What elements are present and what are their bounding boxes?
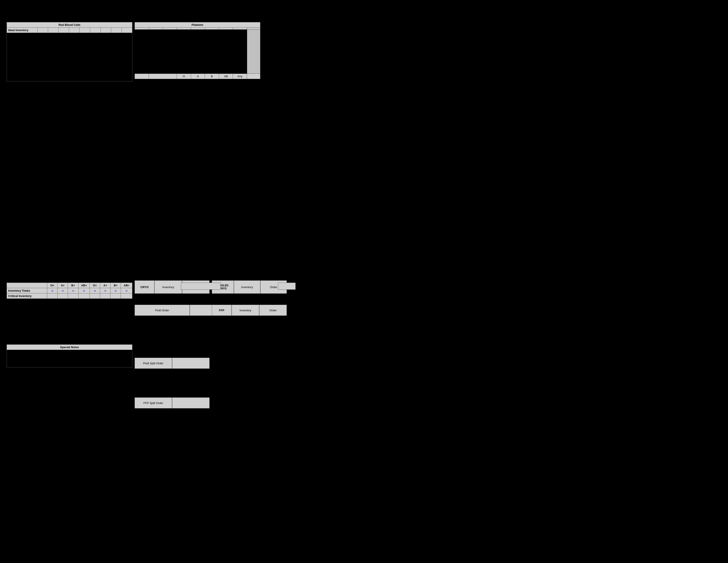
platelets-section: Platelets (135, 22, 260, 79)
plt-cell-5 (191, 28, 205, 30)
ffp-split-order-label: FFP Split Order (135, 398, 172, 409)
crit-oplus (47, 294, 58, 299)
plt-cell-4 (177, 28, 191, 30)
inv-col-ominus: O= (90, 283, 100, 288)
rbc-cell-6 (90, 28, 101, 33)
plt-type-Any: Any (233, 74, 247, 79)
ffp-inventory-label: Inventory (232, 305, 259, 316)
inv-totals-bplus: o (68, 288, 78, 294)
inv-gray-boxes (181, 283, 296, 290)
rbc-section: Red Blood Cells Ideal Inventory (7, 22, 132, 81)
rbc-ideal-inventory-label: Ideal Inventory (7, 28, 38, 33)
rbc-cell-1 (38, 28, 48, 33)
cryo-inventory-label: Inventory (154, 280, 182, 294)
inv-gray-box-2 (278, 283, 296, 290)
plt-black-area (135, 30, 247, 74)
inv-col-aminus: A= (100, 283, 111, 288)
rbc-cell-5 (80, 28, 90, 33)
crit-aminus (100, 294, 111, 299)
plt-cell-6 (205, 28, 219, 30)
plt-cell-3 (163, 28, 177, 30)
crit-aplus (58, 294, 68, 299)
platelets-title: Platelets (135, 22, 260, 28)
inv-totals-bminus: o (111, 288, 121, 294)
cryo-label: CRYO (135, 280, 154, 294)
inv-gray-box-1 (181, 283, 221, 290)
ffp-label: FFP (212, 305, 232, 316)
plt-bottom-1 (135, 74, 149, 79)
ffp-split-order-value (172, 398, 210, 409)
inv-totals-abminus: o (121, 288, 132, 294)
inv-col-aplus: A+ (58, 283, 68, 288)
inv-totals-aplus: o (58, 288, 68, 294)
rbc-cell-4 (69, 28, 80, 33)
plt-gray-col (247, 30, 260, 74)
pedi-split-order-section: Pedi Split Order (135, 358, 210, 369)
plt-cell-9 (247, 28, 260, 30)
rbc-cell-9 (122, 28, 132, 33)
crit-bplus (68, 294, 78, 299)
inv-totals-aminus: o (100, 288, 111, 294)
plt-cell-2 (149, 28, 163, 30)
ffp-section: FFP Inventory Order (212, 305, 287, 316)
plt-type-O: O (177, 74, 191, 79)
inv-totals-ominus: o (90, 288, 100, 294)
inventory-totals-section: O+ A+ B+ AB+ O= A= B= AB= Inventory Tota… (7, 283, 132, 299)
inv-col-bminus: B= (111, 283, 121, 288)
rbc-cell-2 (48, 28, 58, 33)
plt-type-B: B (205, 74, 219, 79)
rbc-cell-7 (101, 28, 111, 33)
rbc-black-area (7, 33, 132, 81)
plt-cell-7 (219, 28, 233, 30)
plt-bottom-2 (149, 74, 177, 79)
crit-bminus (111, 294, 121, 299)
plt-type-AB: AB (219, 74, 233, 79)
rbc-cell-8 (111, 28, 122, 33)
crit-abplus (78, 294, 90, 299)
inv-col-abplus: AB+ (78, 283, 90, 288)
inv-col-bplus: B+ (68, 283, 78, 288)
inv-totals-abplus: o (78, 288, 90, 294)
ffp-order-label: Order (259, 305, 287, 316)
special-notes-section: Special Notes (7, 345, 132, 368)
crit-ominus (90, 294, 100, 299)
inv-totals-oplus: o (47, 288, 58, 294)
inv-col-oplus: O+ (47, 283, 58, 288)
rbc-cell-3 (58, 28, 69, 33)
pedi-split-order-value (172, 358, 210, 369)
inv-header-blank (7, 283, 47, 288)
plt-cell-8 (233, 28, 247, 30)
crit-abminus (121, 294, 132, 299)
plt-cell-1 (135, 28, 149, 30)
rbc-title: Red Blood Cells (7, 22, 132, 28)
plt-bottom-last (247, 74, 260, 79)
inv-col-abminus: AB= (121, 283, 132, 288)
critical-inv-label: Critical Inventory (7, 294, 47, 299)
special-notes-label: Special Notes (7, 345, 132, 350)
pedi-split-order-label: Pedi Split Order (135, 358, 172, 369)
pedi-order-label: Pedi Order (135, 305, 190, 316)
ffp-split-order-section: FFP Split Order (135, 398, 210, 409)
special-notes-content (7, 350, 132, 368)
inv-totals-label: Inventory Totals (7, 288, 47, 294)
plt-type-A: A (191, 74, 205, 79)
